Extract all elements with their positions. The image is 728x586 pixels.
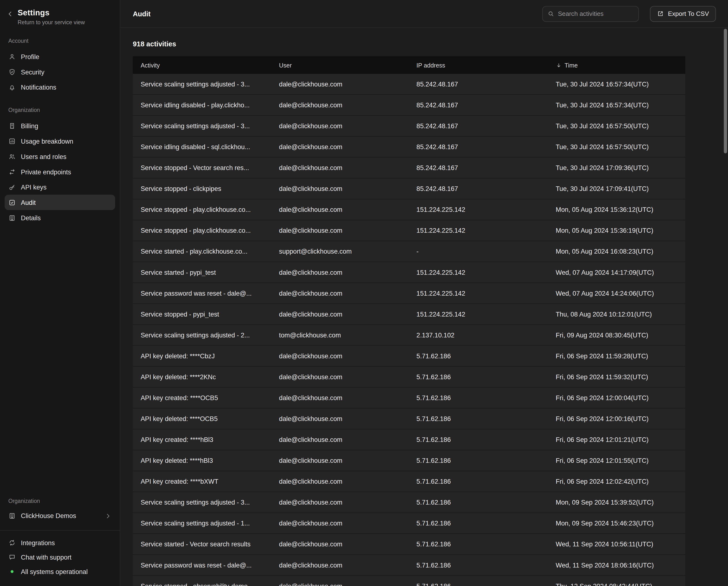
org-switcher[interactable]: ClickHouse Demos — [5, 508, 115, 524]
cell-time: Mon, 05 Aug 2024 15:36:12(UTC) — [548, 206, 685, 213]
column-header-time[interactable]: Time — [548, 62, 685, 69]
sidebar-item-billing[interactable]: Billing — [5, 118, 115, 133]
search-box[interactable] — [542, 6, 639, 22]
sidebar-item-label: API keys — [21, 183, 47, 191]
sidebar-item-audit[interactable]: Audit — [5, 195, 115, 210]
sidebar-sections: AccountProfileSecurityNotificationsOrgan… — [0, 25, 120, 225]
back-chevron-icon[interactable] — [6, 10, 14, 18]
footer-item-all-systems-operational[interactable]: All systems operational — [5, 564, 115, 579]
cell-ip-address: 5.71.62.186 — [409, 457, 548, 464]
cell-user: dale@clickhouse.com — [271, 164, 409, 171]
cell-activity: Service idling disabled - play.clickho..… — [133, 101, 271, 109]
bell-icon — [8, 83, 16, 91]
cell-time: Tue, 30 Jul 2024 17:09:36(UTC) — [548, 164, 685, 171]
table-row: API key deleted: ****OCB5dale@clickhouse… — [133, 409, 685, 430]
cell-time: Wed, 07 Aug 2024 14:24:06(UTC) — [548, 289, 685, 297]
search-input[interactable] — [558, 10, 633, 17]
cell-time: Fri, 06 Sep 2024 11:59:28(UTC) — [548, 352, 685, 360]
swap-icon — [8, 168, 16, 175]
cell-ip-address: 5.71.62.186 — [409, 582, 548, 586]
cell-time: Fri, 06 Sep 2024 11:59:32(UTC) — [548, 373, 685, 381]
sidebar-item-security[interactable]: Security — [5, 64, 115, 79]
sidebar-item-api-keys[interactable]: API keys — [5, 179, 115, 195]
cell-user: dale@clickhouse.com — [271, 185, 409, 192]
cell-ip-address: 151.224.225.142 — [409, 206, 548, 213]
table-row: Service stopped - clickpipesdale@clickho… — [133, 178, 685, 199]
scrollbar-thumb[interactable] — [724, 29, 727, 153]
table-row: Service scaling settings adjusted - 3...… — [133, 116, 685, 137]
table-row: API key created: ****OCB5dale@clickhouse… — [133, 388, 685, 409]
cell-ip-address: 151.224.225.142 — [409, 269, 548, 276]
cell-activity: Service stopped - play.clickhouse.co... — [133, 227, 271, 234]
sidebar-title-block: Settings Return to your service view — [18, 8, 85, 26]
cell-activity: Service scaling settings adjusted - 3... — [133, 80, 271, 88]
sidebar-item-private-endpoints[interactable]: Private endpoints — [5, 164, 115, 179]
cell-time: Thu, 08 Aug 2024 10:12:01(UTC) — [548, 311, 685, 318]
sidebar-item-details[interactable]: Details — [5, 210, 115, 225]
cell-activity: Service stopped - play.clickhouse.co... — [133, 206, 271, 213]
app-root: Settings Return to your service view Acc… — [0, 0, 728, 586]
sidebar-item-profile[interactable]: Profile — [5, 49, 115, 64]
cell-ip-address: 85.242.48.167 — [409, 101, 548, 109]
return-to-service-link[interactable]: Return to your service view — [18, 19, 85, 25]
cell-user: dale@clickhouse.com — [271, 206, 409, 213]
cell-time: Tue, 30 Jul 2024 16:57:50(UTC) — [548, 143, 685, 151]
table-header-row: ActivityUserIP addressTime — [133, 56, 685, 74]
table-row: Service scaling settings adjusted - 1...… — [133, 513, 685, 534]
table-row: Service scaling settings adjusted - 3...… — [133, 492, 685, 513]
page-title: Audit — [133, 10, 151, 18]
column-header-activity[interactable]: Activity — [133, 62, 271, 69]
sidebar-item-notifications[interactable]: Notifications — [5, 79, 115, 95]
search-icon — [547, 10, 554, 17]
cell-ip-address: 151.224.225.142 — [409, 289, 548, 297]
column-header-user[interactable]: User — [271, 62, 409, 69]
sidebar-item-label: Security — [21, 68, 44, 75]
sidebar-item-label: Audit — [21, 199, 36, 206]
cell-activity: API key deleted: ****OCB5 — [133, 415, 271, 422]
sidebar-item-users-and-roles[interactable]: Users and roles — [5, 149, 115, 164]
footer-item-chat-with-support[interactable]: Chat with support — [5, 550, 115, 564]
sidebar-item-usage-breakdown[interactable]: Usage breakdown — [5, 133, 115, 149]
table-row: Service password was reset - dale@...dal… — [133, 555, 685, 576]
sidebar-footer: IntegrationsChat with supportAll systems… — [0, 530, 120, 586]
cell-activity: Service scaling settings adjusted - 2... — [133, 332, 271, 339]
column-header-ip-address[interactable]: IP address — [409, 62, 548, 69]
cell-ip-address: - — [409, 248, 548, 255]
cell-activity: Service stopped - clickpipes — [133, 185, 271, 192]
table-row: Service stopped - observability-demodale… — [133, 576, 685, 586]
cell-ip-address: 2.137.10.102 — [409, 332, 548, 339]
column-header-label: Activity — [140, 62, 160, 69]
table-row: Service stopped - play.clickhouse.co...d… — [133, 220, 685, 241]
cell-ip-address: 5.71.62.186 — [409, 519, 548, 527]
cell-time: Tue, 30 Jul 2024 17:09:41(UTC) — [548, 185, 685, 192]
table-row: API key created: ****hBl3dale@clickhouse… — [133, 430, 685, 450]
content-area: 918 activities ActivityUserIP addressTim… — [121, 28, 728, 586]
arrow-down-icon — [556, 62, 562, 68]
cell-user: dale@clickhouse.com — [271, 478, 409, 485]
cell-user: dale@clickhouse.com — [271, 80, 409, 88]
cell-activity: Service password was reset - dale@... — [133, 289, 271, 297]
cell-ip-address: 85.242.48.167 — [409, 143, 548, 151]
cell-activity: API key deleted: ****2KNc — [133, 373, 271, 381]
cell-user: dale@clickhouse.com — [271, 311, 409, 318]
table-row: Service stopped - pypi_testdale@clickhou… — [133, 304, 685, 325]
export-icon — [657, 10, 664, 17]
cell-activity: API key deleted: ****CbzJ — [133, 352, 271, 360]
table-row: Service idling disabled - sql.clickhou..… — [133, 137, 685, 157]
footer-item-integrations[interactable]: Integrations — [5, 535, 115, 550]
cell-ip-address: 151.224.225.142 — [409, 311, 548, 318]
cell-user: dale@clickhouse.com — [271, 227, 409, 234]
cell-user: dale@clickhouse.com — [271, 143, 409, 151]
cell-activity: Service started - play.clickhouse.co... — [133, 248, 271, 255]
org-section-label: Organization — [8, 497, 115, 504]
cell-time: Wed, 11 Sep 2024 10:56:11(UTC) — [548, 540, 685, 548]
footer-item-label: Chat with support — [21, 553, 72, 561]
cell-user: dale@clickhouse.com — [271, 415, 409, 422]
cell-user: dale@clickhouse.com — [271, 394, 409, 401]
cell-user: dale@clickhouse.com — [271, 289, 409, 297]
table-row: Service started - Vector search resultsd… — [133, 534, 685, 555]
sidebar-item-label: Usage breakdown — [21, 137, 73, 145]
cell-time: Fri, 06 Sep 2024 12:01:21(UTC) — [548, 436, 685, 443]
cell-ip-address: 5.71.62.186 — [409, 415, 548, 422]
export-csv-button[interactable]: Export To CSV — [650, 6, 716, 22]
